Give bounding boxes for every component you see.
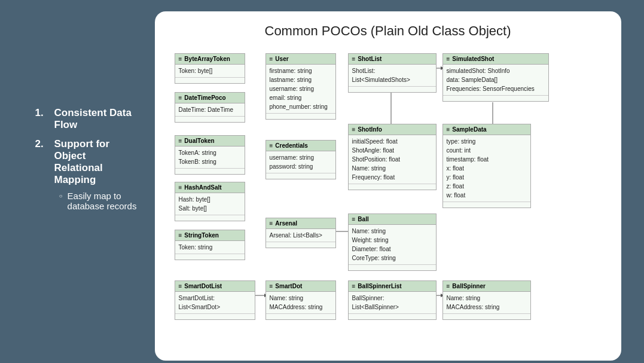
uml-box-shotinfo: ≡ ShotInfo initialSpeed: float ShotAngle…	[348, 124, 437, 190]
uml-body-simulatedshot: simulatedShot: ShotInfo data: SampleData…	[443, 65, 548, 95]
uml-header-smartdotlist: ≡ SmartDotList	[175, 281, 255, 292]
left-panel: 1. Consistent Data Flow 2. Support for O…	[23, 11, 155, 218]
uml-body-smartdotlist: SmartDotList: List<SmartDot>	[175, 292, 255, 313]
uml-box-bytearraytoken: ≡ ByteArrayToken Token: byte[]	[175, 53, 245, 84]
uml-header-ball: ≡ Ball	[349, 214, 436, 225]
uml-body-bytearraytoken: Token: byte[]	[175, 65, 245, 77]
uml-title-dualtoken: DualToken	[184, 138, 214, 144]
uml-box-simulatedshot: ≡ SimulatedShot simulatedShot: ShotInfo …	[442, 53, 549, 102]
uml-body-user: firstname: string lastname: string usern…	[266, 65, 335, 113]
uml-body-dualtoken: TokenA: string TokenB: string	[175, 147, 245, 168]
uml-title-hashandsalt: HashAndSalt	[184, 184, 221, 191]
right-panel: Common POCOs (Plain Old Class Object)	[155, 11, 621, 361]
uml-body-ballspinner: Name: string MACAddress: string	[443, 292, 530, 313]
uml-header-credentials: ≡ Credentials	[266, 141, 335, 151]
bullet-circle: ○	[59, 193, 63, 211]
uml-body-shotinfo: initialSpeed: float ShotAngle: float Sho…	[349, 135, 436, 184]
uml-box-dualtoken: ≡ DualToken TokenA: string TokenB: strin…	[175, 135, 245, 175]
uml-body-hashandsalt: Hash: byte[] Salt: byte[]	[175, 193, 245, 215]
uml-header-bytearraytoken: ≡ ByteArrayToken	[175, 54, 245, 65]
uml-header-smartdot: ≡ SmartDot	[266, 281, 335, 292]
uml-title-simulatedshot: SimulatedShot	[452, 56, 494, 62]
uml-box-smartdotlist: ≡ SmartDotList SmartDotList: List<SmartD…	[175, 280, 255, 320]
uml-header-user: ≡ User	[266, 54, 335, 65]
uml-body-smartdot: Name: string MACAddress: string	[266, 292, 335, 313]
uml-box-stringtoken: ≡ StringToken Token: string	[175, 230, 245, 260]
list-item-2: 2. Support for ObjectRelational Mapping …	[35, 138, 143, 211]
uml-title-smartdot: SmartDot	[275, 283, 302, 289]
uml-header-stringtoken: ≡ StringToken	[175, 230, 245, 241]
sub-list: ○ Easily map todatabase records	[54, 191, 143, 211]
uml-header-arsenal: ≡ Arsenal	[266, 218, 335, 229]
uml-body-sampledata: type: string count: int timestamp: float…	[443, 135, 530, 202]
uml-title-datetimepoco: DateTimePoco	[184, 94, 225, 101]
support-object-label: Support for ObjectRelational Mapping	[54, 138, 143, 186]
uml-title-credentials: Credentials	[275, 142, 307, 149]
uml-title-bytearraytoken: ByteArrayToken	[184, 56, 230, 62]
uml-header-ballspinnerlist: ≡ BallSpinnerList	[349, 281, 436, 292]
uml-header-sampledata: ≡ SampleData	[443, 124, 530, 135]
uml-box-ball: ≡ Ball Name: string Weight: string Diame…	[348, 213, 437, 271]
uml-title-ballspinner: BallSpinner	[452, 283, 486, 289]
list-text-1: Consistent Data Flow	[54, 107, 143, 131]
uml-title-shotinfo: ShotInfo	[358, 126, 382, 133]
uml-box-sampledata: ≡ SampleData type: string count: int tim…	[442, 124, 531, 208]
uml-body-ball: Name: string Weight: string Diameter: fl…	[349, 225, 436, 264]
uml-title-shotlist: ShotList	[358, 56, 381, 62]
uml-body-stringtoken: Token: string	[175, 241, 245, 254]
uml-body-datetimepoco: DateTime: DateTime	[175, 103, 245, 116]
uml-box-hashandsalt: ≡ HashAndSalt Hash: byte[] Salt: byte[]	[175, 182, 245, 221]
diagram-area: ≡ ByteArrayToken Token: byte[] ≡ DateTim…	[166, 47, 611, 352]
easily-map-label: Easily map todatabase records	[68, 191, 137, 211]
consistent-data-flow-label: Consistent Data Flow	[54, 107, 143, 131]
sub-list-item-1: ○ Easily map todatabase records	[54, 191, 143, 211]
uml-header-shotinfo: ≡ ShotInfo	[349, 124, 436, 135]
uml-body-credentials: username: string password: string	[266, 151, 335, 173]
uml-header-simulatedshot: ≡ SimulatedShot	[443, 54, 548, 65]
uml-header-datetimepoco: ≡ DateTimePoco	[175, 93, 245, 103]
uml-header-hashandsalt: ≡ HashAndSalt	[175, 182, 245, 193]
uml-box-credentials: ≡ Credentials username: string password:…	[265, 140, 336, 179]
list-item-1: 1. Consistent Data Flow	[35, 107, 143, 131]
uml-box-smartdot: ≡ SmartDot Name: string MACAddress: stri…	[265, 280, 336, 320]
uml-box-user: ≡ User firstname: string lastname: strin…	[265, 53, 336, 120]
uml-box-ballspinnerlist: ≡ BallSpinnerList BallSpinner: List<Ball…	[348, 280, 437, 320]
uml-box-shotlist: ≡ ShotList ShotList: List<SimulatedShots…	[348, 53, 437, 93]
uml-title-stringtoken: StringToken	[184, 232, 219, 239]
uml-box-ballspinner: ≡ BallSpinner Name: string MACAddress: s…	[442, 280, 531, 320]
uml-header-ballspinner: ≡ BallSpinner	[443, 281, 530, 292]
list-text-2: Support for ObjectRelational Mapping ○ E…	[54, 138, 143, 211]
uml-title-sampledata: SampleData	[452, 126, 486, 133]
uml-box-datetimepoco: ≡ DateTimePoco DateTime: DateTime	[175, 92, 245, 123]
slide-container: 1. Consistent Data Flow 2. Support for O…	[23, 11, 621, 352]
uml-header-shotlist: ≡ ShotList	[349, 54, 436, 65]
uml-body-arsenal: Arsenal: List<Balls>	[266, 229, 335, 242]
diagram-title: Common POCOs (Plain Old Class Object)	[166, 23, 611, 39]
bullet-list: 1. Consistent Data Flow 2. Support for O…	[35, 107, 143, 211]
uml-title-arsenal: Arsenal	[275, 220, 297, 227]
uml-title-ballspinnerlist: BallSpinnerList	[358, 283, 401, 289]
uml-stereotype: ≡	[179, 56, 182, 62]
list-number-1: 1.	[35, 107, 48, 131]
uml-title-user: User	[275, 56, 288, 62]
uml-body-shotlist: ShotList: List<SimulatedShots>	[349, 65, 436, 86]
uml-header-dualtoken: ≡ DualToken	[175, 136, 245, 147]
uml-title-smartdotlist: SmartDotList	[184, 283, 222, 289]
uml-box-arsenal: ≡ Arsenal Arsenal: List<Balls>	[265, 218, 336, 248]
uml-title-ball: Ball	[358, 216, 368, 222]
list-number-2: 2.	[35, 138, 48, 211]
uml-body-ballspinnerlist: BallSpinner: List<BallSpinner>	[349, 292, 436, 313]
